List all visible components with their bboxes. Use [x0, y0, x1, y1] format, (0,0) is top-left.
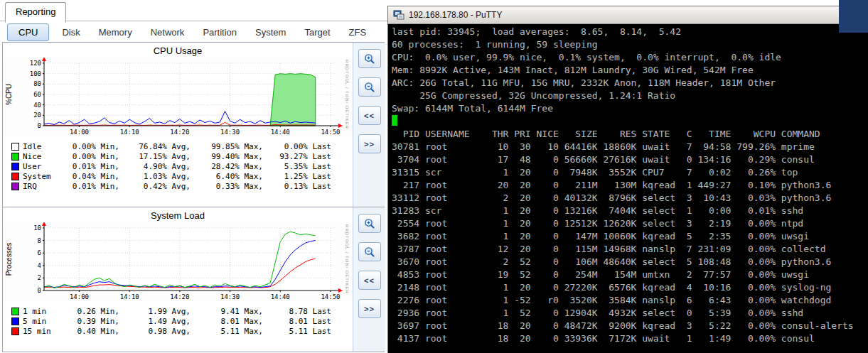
svg-text:14:20: 14:20	[170, 293, 189, 300]
svg-text:40: 40	[33, 102, 41, 109]
legend-value: 17.15% Avg,	[119, 152, 191, 161]
svg-text:14:50: 14:50	[321, 129, 340, 136]
legend-row: Nice0.00% Min,17.15% Avg,99.40% Max,93.2…	[3, 151, 353, 161]
tab-memory[interactable]: Memory	[99, 27, 132, 38]
svg-text:14:00: 14:00	[70, 293, 89, 300]
zoom-out-button[interactable]	[358, 242, 381, 261]
cpu-usage-zoom-controls: <<>>	[353, 43, 385, 207]
terminal-line: last pid: 33945; load averages: 8.65, 8.…	[392, 26, 868, 38]
scroll-left-button[interactable]: <<	[358, 271, 381, 290]
legend-value: 99.40% Max,	[191, 152, 263, 161]
chart-title: CPU Usage	[3, 45, 353, 58]
legend-value: 0.00% Last	[263, 142, 331, 151]
legend-row: Idle0.00% Min,76.84% Avg,99.85% Max,0.00…	[3, 141, 353, 151]
legend-label: 15 min	[23, 327, 60, 336]
tab-target[interactable]: Target	[304, 27, 330, 38]
legend-value: 28.42% Max,	[191, 162, 263, 171]
svg-text:14:40: 14:40	[271, 293, 290, 300]
system-load-chart: 024681014:0014:1014:2014:3014:4014:50Pro…	[3, 222, 353, 302]
terminal-line: Mem: 8992K Active, 143M Inact, 812M Laun…	[392, 64, 868, 77]
terminal-process-row: 2936 root 1 52 0 12904K 4932K select 0 5…	[392, 307, 868, 320]
svg-text:14:10: 14:10	[120, 293, 139, 300]
terminal-process-row: 31315 scr 1 20 0 7948K 3552K CPU7 7 0:02…	[392, 166, 868, 179]
svg-text:60: 60	[33, 91, 41, 98]
tab-cpu[interactable]: CPU	[7, 23, 49, 41]
tab-partition[interactable]: Partition	[203, 27, 237, 38]
terminal-line: 25G Compressed, 32G Uncompressed, 1.24:1…	[392, 89, 868, 102]
chart-title: System Load	[3, 210, 353, 222]
reporting-panel: Reporting CPUDiskMemoryNetworkPartitionS…	[0, 0, 387, 353]
terminal-process-row: 31283 scr 1 20 0 13216K 7404K select 1 0…	[392, 205, 868, 217]
zoom-in-button[interactable]	[358, 49, 381, 68]
svg-text:14:10: 14:10	[120, 129, 139, 136]
legend-label: User	[23, 162, 60, 171]
scroll-left-button[interactable]: <<	[358, 106, 381, 125]
system-load-zoom-controls: <<>>	[353, 207, 385, 352]
tab-zfs[interactable]: ZFS	[349, 27, 367, 38]
svg-text:Processes: Processes	[5, 243, 13, 276]
legend-swatch	[11, 317, 19, 325]
magnifier-minus-icon	[364, 82, 375, 93]
legend-value: 5.11 Last	[263, 327, 331, 336]
terminal-line	[392, 115, 868, 128]
terminal-process-row: 3670 root 2 52 0 106M 48640K select 5 10…	[392, 256, 868, 268]
legend-row: IRQ0.01% Min,0.42% Avg,0.33% Max,0.13% L…	[3, 181, 353, 191]
legend-value: 1.49 Avg,	[119, 317, 191, 326]
putty-window: 192.168.178.80 - PuTTY last pid: 33945; …	[387, 6, 868, 353]
terminal-process-row: 3697 root 18 20 0 48472K 9200K kqread 3 …	[392, 320, 868, 332]
legend-value: 0.01% Min,	[60, 162, 119, 171]
tab-disk[interactable]: Disk	[62, 27, 80, 38]
svg-text:RRDTOOL / TOBI OETIKER: RRDTOOL / TOBI OETIKER	[345, 224, 349, 294]
legend-label: Idle	[23, 142, 60, 151]
legend-swatch	[11, 327, 19, 335]
legend-value: 1.99 Avg,	[119, 307, 191, 316]
legend-row: 15 min0.40 Min,0.98 Avg,5.11 Max,5.11 La…	[3, 326, 353, 336]
putty-titlebar[interactable]: 192.168.178.80 - PuTTY	[388, 6, 868, 24]
svg-text:4: 4	[38, 262, 41, 269]
legend-value: 0.00% Min,	[60, 152, 119, 161]
terminal[interactable]: last pid: 33945; load averages: 8.65, 8.…	[389, 24, 868, 353]
terminal-cursor	[392, 115, 397, 126]
legend-value: 0.33% Max,	[191, 182, 263, 191]
legend-value: 0.40 Min,	[60, 327, 119, 336]
svg-text:%CPU: %CPU	[5, 84, 13, 105]
zoom-out-button[interactable]	[358, 77, 381, 97]
tab-reporting[interactable]: Reporting	[5, 2, 66, 23]
zoom-in-button[interactable]	[358, 214, 381, 233]
svg-text:120: 120	[30, 60, 41, 67]
legend-value: 1.25% Last	[263, 172, 331, 181]
screen: Reporting CPUDiskMemoryNetworkPartitionS…	[0, 0, 868, 353]
legend-value: 8.78 Last	[263, 307, 331, 316]
legend-label: System	[23, 172, 60, 181]
terminal-line: CPU: 0.0% user, 99.9% nice, 0.1% system,…	[392, 51, 868, 64]
legend-value: 0.13% Last	[263, 182, 331, 191]
terminal-process-row: 2148 root 1 20 0 27220K 6576K kqread 4 1…	[392, 281, 868, 294]
tab-network[interactable]: Network	[151, 27, 185, 38]
terminal-line: ARC: 26G Total, 11G MFU, 15G MRU, 2332K …	[392, 77, 868, 89]
legend-row: User0.01% Min,4.90% Avg,28.42% Max,5.35%…	[3, 161, 353, 171]
legend-value: 0.39 Min,	[60, 317, 119, 326]
terminal-process-row: 3787 root 12 20 0 115M 14968K nanslp 7 2…	[392, 243, 868, 256]
svg-text:14:20: 14:20	[170, 129, 189, 136]
legend-value: 76.84% Avg,	[119, 142, 191, 151]
system-load-legend: 1 min0.26 Min,1.99 Avg,9.41 Max,8.78 Las…	[3, 306, 353, 336]
svg-text:8: 8	[38, 237, 41, 244]
terminal-process-row: 3704 root 17 48 0 56660K 27616K uwait 0 …	[392, 153, 868, 166]
legend-value: 5.35% Last	[263, 162, 331, 171]
legend-value: 1.03% Avg,	[119, 172, 191, 181]
svg-text:14:00: 14:00	[70, 129, 89, 136]
svg-text:14:50: 14:50	[321, 293, 340, 300]
legend-swatch	[11, 163, 19, 170]
legend-value: 4.90% Avg,	[119, 162, 191, 171]
tab-system[interactable]: System	[255, 27, 286, 38]
terminal-process-row: 2554 root 1 20 0 12512K 12620K select 3 …	[392, 217, 868, 230]
putty-title: 192.168.178.80 - PuTTY	[409, 10, 502, 20]
reporting-content: CPU Usage02040608010012014:0014:1014:201…	[2, 42, 385, 352]
terminal-process-row: 33112 root 2 20 0 40132K 8796K select 3 …	[392, 192, 868, 205]
legend-value: 0.26 Min,	[60, 307, 119, 316]
svg-text:6: 6	[38, 249, 41, 256]
scroll-right-button[interactable]: >>	[358, 134, 381, 153]
scroll-right-button[interactable]: >>	[358, 299, 381, 318]
terminal-line: Swap: 6144M Total, 6144M Free	[392, 102, 868, 115]
legend-value: 0.04% Min,	[60, 172, 119, 181]
